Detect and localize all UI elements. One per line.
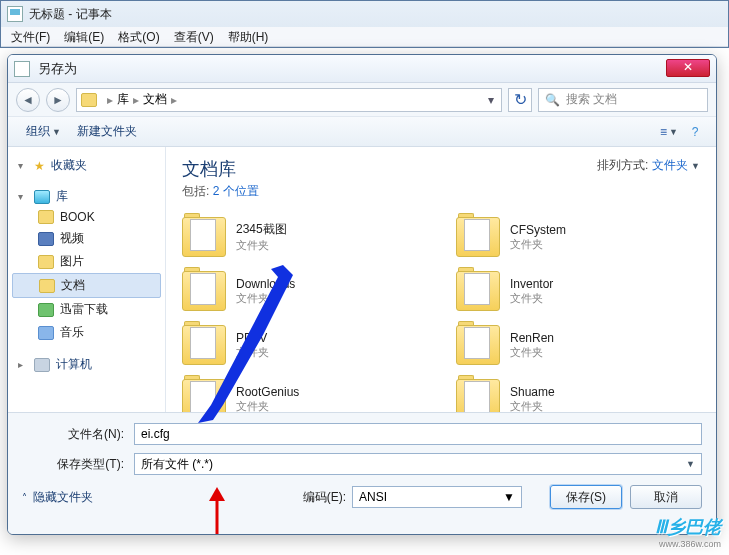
encoding-label: 编码(E): xyxy=(303,489,346,506)
breadcrumb-dropdown[interactable]: ▾ xyxy=(483,91,499,109)
dialog-titlebar: 另存为 ✕ xyxy=(8,55,716,83)
music-icon xyxy=(38,326,54,340)
chevron-right-icon: ▸ xyxy=(18,359,28,370)
sidebar-favorites[interactable]: ▾ ★ 收藏夹 xyxy=(8,155,165,176)
view-options-button[interactable]: ≡▼ xyxy=(658,121,680,143)
folder-type: 文件夹 xyxy=(236,345,269,360)
chevron-right-icon: ▸ xyxy=(129,93,143,107)
hide-folders-button[interactable]: ˄ 隐藏文件夹 xyxy=(22,489,93,506)
sidebar: ▾ ★ 收藏夹 ▾ 库 BOOK 视频 图片 文档 迅雷下载 音乐 xyxy=(8,147,166,412)
sidebar-item-pictures[interactable]: 图片 xyxy=(8,250,165,273)
folder-name: CFSystem xyxy=(510,223,566,237)
folder-item[interactable]: PPTV文件夹 xyxy=(182,320,426,370)
bottom-panel: 文件名(N): 保存类型(T): 所有文件 (*.*) ▼ ˄ 隐藏文件夹 编码… xyxy=(8,412,716,534)
content-title: 文档库 xyxy=(182,157,259,181)
breadcrumb[interactable]: ▸ 库 ▸ 文档 ▸ ▾ xyxy=(76,88,502,112)
search-icon: 🔍 xyxy=(545,93,560,107)
refresh-button[interactable]: ↻ xyxy=(508,88,532,112)
search-input[interactable]: 🔍 搜索 文档 xyxy=(538,88,708,112)
dialog-icon xyxy=(14,61,30,77)
saveas-dialog: 另存为 ✕ ◄ ► ▸ 库 ▸ 文档 ▸ ▾ ↻ 🔍 搜索 文档 组织▼ 新建文… xyxy=(7,54,717,535)
filename-label: 文件名(N): xyxy=(22,426,134,443)
cancel-button[interactable]: 取消 xyxy=(630,485,702,509)
filetype-label: 保存类型(T): xyxy=(22,456,134,473)
notepad-menubar: 文件(F) 编辑(E) 格式(O) 查看(V) 帮助(H) xyxy=(1,27,728,47)
sidebar-item-videos[interactable]: 视频 xyxy=(8,227,165,250)
chevron-down-icon: ▼ xyxy=(52,127,61,137)
sidebar-item-xunlei[interactable]: 迅雷下载 xyxy=(8,298,165,321)
menu-help[interactable]: 帮助(H) xyxy=(222,27,275,46)
menu-format[interactable]: 格式(O) xyxy=(112,27,165,46)
close-button[interactable]: ✕ xyxy=(666,59,710,77)
notepad-titlebar: 无标题 - 记事本 xyxy=(1,1,728,27)
notepad-window: 无标题 - 记事本 文件(F) 编辑(E) 格式(O) 查看(V) 帮助(H) xyxy=(0,0,729,48)
sidebar-item-documents[interactable]: 文档 xyxy=(12,273,161,298)
folder-name: Downloads xyxy=(236,277,295,291)
folder-item[interactable]: CFSystem文件夹 xyxy=(456,212,700,262)
folder-icon xyxy=(456,217,500,257)
organize-button[interactable]: 组织▼ xyxy=(18,120,69,143)
watermark: Ⅲ乡巴佬 www.386w.com xyxy=(655,515,721,549)
toolbar: 组织▼ 新建文件夹 ≡▼ ? xyxy=(8,117,716,147)
save-button[interactable]: 保存(S) xyxy=(550,485,622,509)
chevron-right-icon: ▸ xyxy=(167,93,181,107)
folder-item[interactable]: Shuame文件夹 xyxy=(456,374,700,412)
folder-item[interactable]: RootGenius文件夹 xyxy=(182,374,426,412)
folder-name: RootGenius xyxy=(236,385,299,399)
encoding-select[interactable]: ANSI ▼ xyxy=(352,486,522,508)
locations-link[interactable]: 2 个位置 xyxy=(213,184,259,198)
arrange-by[interactable]: 排列方式: 文件夹 ▼ xyxy=(597,157,700,174)
star-icon: ★ xyxy=(34,159,45,173)
content-subtitle: 包括: 2 个位置 xyxy=(182,183,259,200)
libraries-icon xyxy=(34,190,50,204)
computer-icon xyxy=(34,358,50,372)
folder-item[interactable]: RenRen文件夹 xyxy=(456,320,700,370)
library-icon xyxy=(81,93,97,107)
dialog-title: 另存为 xyxy=(38,60,77,78)
folder-type: 文件夹 xyxy=(510,291,553,306)
folder-icon xyxy=(182,325,226,365)
folder-icon xyxy=(456,379,500,412)
chevron-up-icon: ˄ xyxy=(22,492,27,503)
notepad-icon xyxy=(7,6,23,22)
pictures-icon xyxy=(38,255,54,269)
menu-file[interactable]: 文件(F) xyxy=(5,27,56,46)
search-placeholder: 搜索 文档 xyxy=(566,91,617,108)
folder-name: 2345截图 xyxy=(236,221,287,238)
nav-row: ◄ ► ▸ 库 ▸ 文档 ▸ ▾ ↻ 🔍 搜索 文档 xyxy=(8,83,716,117)
chevron-down-icon: ▾ xyxy=(18,160,28,171)
folder-icon xyxy=(182,271,226,311)
folder-icon xyxy=(456,271,500,311)
sidebar-libraries[interactable]: ▾ 库 xyxy=(8,186,165,207)
filename-input[interactable] xyxy=(134,423,702,445)
content-pane: 文档库 包括: 2 个位置 排列方式: 文件夹 ▼ 2345截图文件夹CFSys… xyxy=(166,147,716,412)
chevron-down-icon: ▾ xyxy=(18,191,28,202)
help-button[interactable]: ? xyxy=(684,121,706,143)
folder-icon xyxy=(182,379,226,412)
folder-name: RenRen xyxy=(510,331,554,345)
folder-icon xyxy=(456,325,500,365)
sidebar-item-book[interactable]: BOOK xyxy=(8,207,165,227)
filetype-select[interactable]: 所有文件 (*.*) ▼ xyxy=(134,453,702,475)
video-icon xyxy=(38,232,54,246)
folder-item[interactable]: Downloads文件夹 xyxy=(182,266,426,316)
folder-icon xyxy=(182,217,226,257)
folder-item[interactable]: Inventor文件夹 xyxy=(456,266,700,316)
folder-type: 文件夹 xyxy=(510,399,555,413)
documents-icon xyxy=(39,279,55,293)
new-folder-button[interactable]: 新建文件夹 xyxy=(69,120,145,143)
menu-edit[interactable]: 编辑(E) xyxy=(58,27,110,46)
breadcrumb-root[interactable]: 库 xyxy=(117,91,129,108)
sidebar-item-music[interactable]: 音乐 xyxy=(8,321,165,344)
folder-type: 文件夹 xyxy=(510,345,554,360)
nav-forward-button[interactable]: ► xyxy=(46,88,70,112)
breadcrumb-current[interactable]: 文档 xyxy=(143,91,167,108)
chevron-down-icon: ▼ xyxy=(691,161,700,171)
sidebar-computer[interactable]: ▸ 计算机 xyxy=(8,354,165,375)
folder-item[interactable]: 2345截图文件夹 xyxy=(182,212,426,262)
menu-view[interactable]: 查看(V) xyxy=(168,27,220,46)
chevron-right-icon: ▸ xyxy=(103,93,117,107)
folder-type: 文件夹 xyxy=(510,237,566,252)
nav-back-button[interactable]: ◄ xyxy=(16,88,40,112)
folder-name: PPTV xyxy=(236,331,269,345)
